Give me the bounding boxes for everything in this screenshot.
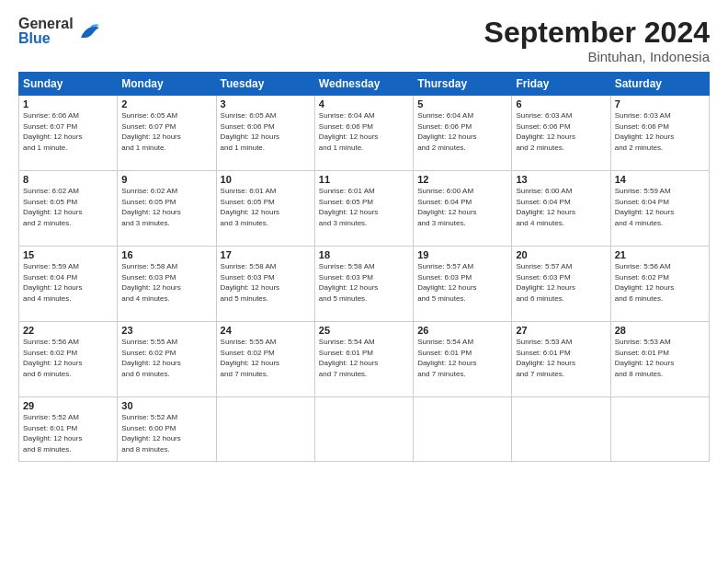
day-number: 5 bbox=[417, 98, 507, 109]
calendar-cell: 6Sunrise: 6:03 AM Sunset: 6:06 PM Daylig… bbox=[512, 96, 610, 171]
cell-info: Sunrise: 5:58 AM Sunset: 6:03 PM Dayligh… bbox=[121, 261, 211, 304]
calendar-cell bbox=[610, 397, 709, 462]
cell-info: Sunrise: 5:58 AM Sunset: 6:03 PM Dayligh… bbox=[319, 261, 409, 304]
calendar-cell: 10Sunrise: 6:01 AM Sunset: 6:05 PM Dayli… bbox=[216, 171, 314, 247]
day-number: 25 bbox=[319, 325, 409, 336]
weekday-header-tuesday: Tuesday bbox=[216, 73, 314, 96]
cell-info: Sunrise: 6:02 AM Sunset: 6:05 PM Dayligh… bbox=[23, 186, 113, 228]
day-number: 6 bbox=[516, 98, 606, 109]
calendar-cell: 15Sunrise: 5:59 AM Sunset: 6:04 PM Dayli… bbox=[19, 247, 118, 322]
cell-info: Sunrise: 6:05 AM Sunset: 6:07 PM Dayligh… bbox=[121, 110, 211, 153]
day-number: 4 bbox=[319, 98, 409, 109]
day-number: 19 bbox=[417, 249, 507, 260]
calendar-cell: 9Sunrise: 6:02 AM Sunset: 6:05 PM Daylig… bbox=[118, 171, 216, 247]
cell-info: Sunrise: 6:02 AM Sunset: 6:05 PM Dayligh… bbox=[121, 186, 211, 228]
day-number: 29 bbox=[23, 400, 113, 411]
cell-info: Sunrise: 6:03 AM Sunset: 6:06 PM Dayligh… bbox=[516, 110, 606, 153]
calendar-cell bbox=[512, 397, 610, 462]
day-number: 3 bbox=[221, 98, 311, 109]
calendar-cell: 25Sunrise: 5:54 AM Sunset: 6:01 PM Dayli… bbox=[314, 322, 413, 397]
calendar-cell: 22Sunrise: 5:56 AM Sunset: 6:02 PM Dayli… bbox=[19, 322, 118, 397]
day-number: 20 bbox=[516, 249, 606, 260]
day-number: 23 bbox=[121, 325, 211, 336]
day-number: 11 bbox=[319, 174, 409, 185]
cell-info: Sunrise: 6:06 AM Sunset: 6:07 PM Dayligh… bbox=[23, 110, 113, 153]
cell-info: Sunrise: 6:04 AM Sunset: 6:06 PM Dayligh… bbox=[319, 110, 409, 153]
day-number: 14 bbox=[615, 174, 705, 185]
calendar-cell: 2Sunrise: 6:05 AM Sunset: 6:07 PM Daylig… bbox=[118, 96, 216, 171]
logo: General Blue bbox=[18, 17, 101, 46]
logo-blue-text: Blue bbox=[18, 31, 74, 46]
day-number: 1 bbox=[23, 98, 113, 109]
cell-info: Sunrise: 6:00 AM Sunset: 6:04 PM Dayligh… bbox=[417, 186, 507, 228]
day-number: 9 bbox=[121, 174, 211, 185]
calendar-cell: 8Sunrise: 6:02 AM Sunset: 6:05 PM Daylig… bbox=[19, 171, 118, 247]
day-number: 28 bbox=[615, 325, 705, 336]
calendar-cell: 27Sunrise: 5:53 AM Sunset: 6:01 PM Dayli… bbox=[512, 322, 610, 397]
cell-info: Sunrise: 6:05 AM Sunset: 6:06 PM Dayligh… bbox=[221, 110, 311, 153]
title-block: September 2024 Bintuhan, Indonesia bbox=[484, 17, 710, 64]
cell-info: Sunrise: 6:01 AM Sunset: 6:05 PM Dayligh… bbox=[319, 186, 409, 228]
cell-info: Sunrise: 5:52 AM Sunset: 6:00 PM Dayligh… bbox=[121, 412, 211, 454]
week-row-1: 8Sunrise: 6:02 AM Sunset: 6:05 PM Daylig… bbox=[19, 171, 710, 247]
calendar-cell: 16Sunrise: 5:58 AM Sunset: 6:03 PM Dayli… bbox=[118, 247, 216, 322]
cell-info: Sunrise: 5:53 AM Sunset: 6:01 PM Dayligh… bbox=[516, 337, 606, 379]
weekday-header-thursday: Thursday bbox=[414, 73, 512, 96]
cell-info: Sunrise: 5:53 AM Sunset: 6:01 PM Dayligh… bbox=[615, 337, 705, 379]
cell-info: Sunrise: 6:03 AM Sunset: 6:06 PM Dayligh… bbox=[615, 110, 705, 153]
day-number: 16 bbox=[121, 249, 211, 260]
calendar-cell: 7Sunrise: 6:03 AM Sunset: 6:06 PM Daylig… bbox=[610, 96, 709, 171]
calendar-cell bbox=[314, 397, 413, 462]
cell-info: Sunrise: 5:57 AM Sunset: 6:03 PM Dayligh… bbox=[417, 261, 507, 304]
weekday-header-sunday: Sunday bbox=[19, 73, 118, 96]
month-title: September 2024 bbox=[484, 17, 710, 49]
calendar-cell: 19Sunrise: 5:57 AM Sunset: 6:03 PM Dayli… bbox=[414, 247, 512, 322]
cell-info: Sunrise: 6:00 AM Sunset: 6:04 PM Dayligh… bbox=[516, 186, 606, 228]
day-number: 21 bbox=[615, 249, 705, 260]
calendar-cell: 28Sunrise: 5:53 AM Sunset: 6:01 PM Dayli… bbox=[610, 322, 709, 397]
cell-info: Sunrise: 5:52 AM Sunset: 6:01 PM Dayligh… bbox=[23, 412, 113, 454]
calendar-cell: 3Sunrise: 6:05 AM Sunset: 6:06 PM Daylig… bbox=[216, 96, 314, 171]
calendar-cell: 18Sunrise: 5:58 AM Sunset: 6:03 PM Dayli… bbox=[314, 247, 413, 322]
day-number: 13 bbox=[516, 174, 606, 185]
cell-info: Sunrise: 5:57 AM Sunset: 6:03 PM Dayligh… bbox=[516, 261, 606, 304]
location: Bintuhan, Indonesia bbox=[484, 49, 710, 64]
calendar-cell bbox=[216, 397, 314, 462]
cell-info: Sunrise: 6:04 AM Sunset: 6:06 PM Dayligh… bbox=[417, 110, 507, 153]
calendar-cell: 4Sunrise: 6:04 AM Sunset: 6:06 PM Daylig… bbox=[314, 96, 413, 171]
cell-info: Sunrise: 5:55 AM Sunset: 6:02 PM Dayligh… bbox=[221, 337, 311, 379]
day-number: 2 bbox=[121, 98, 211, 109]
calendar-cell: 14Sunrise: 5:59 AM Sunset: 6:04 PM Dayli… bbox=[610, 171, 709, 247]
cell-info: Sunrise: 5:59 AM Sunset: 6:04 PM Dayligh… bbox=[615, 186, 705, 228]
day-number: 24 bbox=[221, 325, 311, 336]
calendar-cell: 1Sunrise: 6:06 AM Sunset: 6:07 PM Daylig… bbox=[19, 96, 118, 171]
calendar-body: 1Sunrise: 6:06 AM Sunset: 6:07 PM Daylig… bbox=[19, 96, 710, 462]
weekday-header-row: SundayMondayTuesdayWednesdayThursdayFrid… bbox=[19, 73, 710, 96]
calendar-cell: 24Sunrise: 5:55 AM Sunset: 6:02 PM Dayli… bbox=[216, 322, 314, 397]
cell-info: Sunrise: 5:58 AM Sunset: 6:03 PM Dayligh… bbox=[221, 261, 311, 304]
day-number: 22 bbox=[23, 325, 113, 336]
day-number: 17 bbox=[221, 249, 311, 260]
week-row-2: 15Sunrise: 5:59 AM Sunset: 6:04 PM Dayli… bbox=[19, 247, 710, 322]
day-number: 8 bbox=[23, 174, 113, 185]
cell-info: Sunrise: 5:55 AM Sunset: 6:02 PM Dayligh… bbox=[121, 337, 211, 379]
calendar-cell: 29Sunrise: 5:52 AM Sunset: 6:01 PM Dayli… bbox=[19, 397, 118, 462]
calendar-cell: 23Sunrise: 5:55 AM Sunset: 6:02 PM Dayli… bbox=[118, 322, 216, 397]
day-number: 18 bbox=[319, 249, 409, 260]
weekday-header-monday: Monday bbox=[118, 73, 216, 96]
day-number: 12 bbox=[417, 174, 507, 185]
calendar-cell: 11Sunrise: 6:01 AM Sunset: 6:05 PM Dayli… bbox=[314, 171, 413, 247]
cell-info: Sunrise: 5:54 AM Sunset: 6:01 PM Dayligh… bbox=[417, 337, 507, 379]
day-number: 26 bbox=[417, 325, 507, 336]
logo-bird-icon bbox=[77, 21, 101, 41]
calendar-page: General Blue September 2024 Bintuhan, In… bbox=[0, 0, 728, 563]
logo-general-text: General bbox=[18, 17, 74, 31]
calendar-cell: 5Sunrise: 6:04 AM Sunset: 6:06 PM Daylig… bbox=[414, 96, 512, 171]
calendar-cell: 21Sunrise: 5:56 AM Sunset: 6:02 PM Dayli… bbox=[610, 247, 709, 322]
cell-info: Sunrise: 5:59 AM Sunset: 6:04 PM Dayligh… bbox=[23, 261, 113, 304]
weekday-header-wednesday: Wednesday bbox=[314, 73, 413, 96]
calendar-table: SundayMondayTuesdayWednesdayThursdayFrid… bbox=[18, 72, 710, 462]
week-row-0: 1Sunrise: 6:06 AM Sunset: 6:07 PM Daylig… bbox=[19, 96, 710, 171]
day-number: 10 bbox=[221, 174, 311, 185]
calendar-cell: 30Sunrise: 5:52 AM Sunset: 6:00 PM Dayli… bbox=[118, 397, 216, 462]
